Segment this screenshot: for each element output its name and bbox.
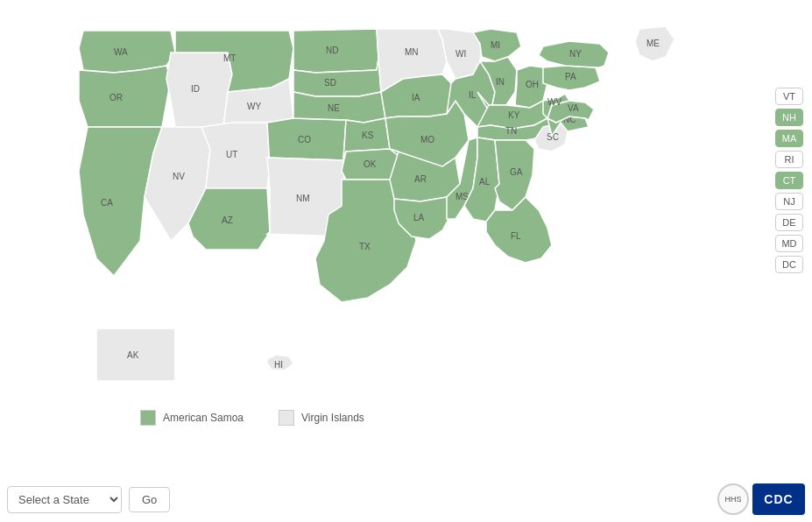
cdc-logo-area: HHS CDC <box>717 483 805 515</box>
state-select-dropdown[interactable]: Select a State Alabama Alaska Arizona Ar… <box>7 486 122 513</box>
state-btn-MA[interactable]: MA <box>775 130 803 147</box>
state-btn-NJ[interactable]: NJ <box>775 193 803 210</box>
state-ND[interactable] <box>293 29 378 73</box>
us-map: WA OR CA NV ID MT WY UT CO AZ NM ND <box>0 9 701 429</box>
state-btn-VT[interactable]: VT <box>775 88 803 105</box>
cdc-logo-text: CDC <box>764 492 793 506</box>
state-select-area: Select a State Alabama Alaska Arizona Ar… <box>7 486 170 513</box>
legend-label-virgin-islands: Virgin Islands <box>301 412 364 424</box>
legend-virgin-islands: Virgin Islands <box>279 410 364 426</box>
state-HI[interactable] <box>267 355 293 370</box>
state-UT[interactable] <box>201 123 270 188</box>
state-btn-RI[interactable]: RI <box>775 151 803 168</box>
state-NE[interactable] <box>293 92 385 123</box>
legend-color-american-samoa <box>140 410 156 426</box>
legend-color-virgin-islands <box>279 410 294 426</box>
map-legend: American Samoa Virgin Islands <box>140 410 364 426</box>
small-states-panel: VT NH MA RI CT NJ DE MD DC <box>775 88 803 273</box>
state-btn-DE[interactable]: DE <box>775 214 803 231</box>
legend-american-samoa: American Samoa <box>140 410 244 426</box>
state-AZ[interactable] <box>188 188 270 250</box>
map-container: WA OR CA NV ID MT WY UT CO AZ NM ND <box>0 0 812 522</box>
hhs-logo: HHS <box>717 483 749 515</box>
state-OR[interactable] <box>79 66 171 127</box>
state-ME[interactable] <box>635 26 674 61</box>
state-btn-DC[interactable]: DC <box>775 256 803 273</box>
state-ID[interactable] <box>166 53 232 127</box>
cdc-logo: CDC <box>752 483 805 515</box>
state-btn-MD[interactable]: MD <box>775 235 803 252</box>
hhs-logo-text: HHS <box>724 495 741 504</box>
state-btn-CT[interactable]: CT <box>775 172 803 189</box>
legend-label-american-samoa: American Samoa <box>163 412 244 424</box>
bottom-bar: Select a State Alabama Alaska Arizona Ar… <box>7 483 805 515</box>
state-PA[interactable] <box>543 66 600 90</box>
go-button[interactable]: Go <box>129 487 170 512</box>
state-btn-NH[interactable]: NH <box>775 109 803 126</box>
state-NY[interactable] <box>539 41 609 67</box>
state-AK[interactable] <box>96 328 175 381</box>
